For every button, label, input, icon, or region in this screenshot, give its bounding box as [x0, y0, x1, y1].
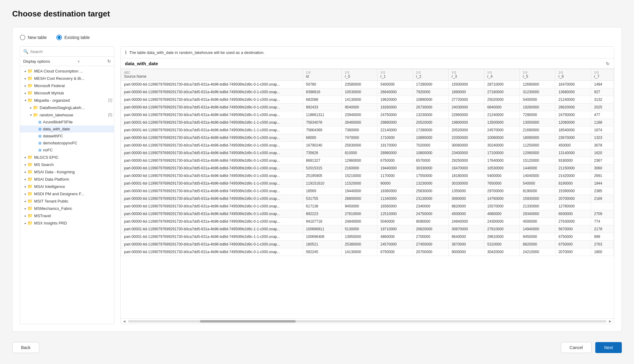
tree-item-msai_intelligence[interactable]: ▸📁MSAI Intelligence [20, 183, 114, 190]
table-cell: 2070000 [555, 248, 591, 256]
tree-item-miquella[interactable]: ▾📁Miquella - organized[2] [20, 97, 114, 104]
tree-item-mlgcs[interactable]: ▸📁MLGCS EPIC [20, 154, 114, 161]
table-cell: 23580000 [342, 81, 377, 88]
table-cell: 23400000 [448, 149, 484, 157]
table-cell: 11520000 [342, 180, 377, 187]
tree-item-label: MSTravel [34, 214, 112, 218]
display-options-row[interactable]: Display options ∨ ↻ [20, 57, 114, 66]
table-cell: 16470000 [448, 164, 484, 172]
table-icon: ⊞ [38, 148, 41, 152]
existing-table-radio[interactable]: Existing table [56, 35, 90, 40]
table-cell: 12960000 [342, 157, 377, 164]
table-cell: 18180000 [448, 172, 484, 180]
table-cell: part-00001-tid-11990797699291730-b0ca7dd… [121, 126, 303, 134]
tree-item-mstravel[interactable]: ▸📁MSTravel [20, 212, 114, 219]
tree-item-msx_insights[interactable]: ▸📁MSX Insights PRD [20, 219, 114, 227]
existing-table-label: Existing table [64, 35, 90, 40]
table-cell: 21150000 [555, 164, 591, 172]
table-header-row: data_with_date ↻ [121, 58, 614, 69]
tree-item-label: MLGCS EPIC [34, 155, 112, 160]
table-row: part-00000-tid-11990797699291730-b0ca7dd… [121, 88, 614, 96]
table-cell: 6840000 [484, 104, 520, 111]
table-cell: 5670000 [555, 225, 591, 233]
table-cell: part-00001-tid-11990797699291730-b0ca7dd… [121, 233, 303, 241]
scroll-left-arrow[interactable]: ◀ [123, 320, 126, 323]
tree-item-msai_platform[interactable]: ▸📁MSAI Data Platform [20, 175, 114, 183]
table-cell: 25020000 [484, 96, 520, 104]
table-cell: 5040000 [377, 218, 413, 225]
tree-item-label: MESH Cost Recovery & Bi... [34, 76, 112, 81]
tree-item-data_with_date[interactable]: ⊞data_with_date [20, 125, 114, 133]
tree-item-mesh[interactable]: ▸📁MESH Cost Recovery & Bi... [20, 75, 114, 82]
table-cell: 14760000 [484, 195, 520, 203]
table-cell: 15390000 [555, 187, 591, 195]
display-options-label: Display options [23, 59, 50, 64]
tree-area: ▸📁MEA Cloud Consumption ...▸📁MESH Cost R… [20, 66, 114, 324]
table-row: part-00000-tid-11990797699291730-b0ca7dd… [121, 111, 614, 119]
table-name-label: data_with_date [125, 61, 158, 66]
tree-item-nofc[interactable]: ⊞noFC [20, 147, 114, 154]
tree-item-demofastcopynofc[interactable]: ⊞demofastcopynoFC [20, 140, 114, 147]
table-cell: 18360000 [377, 187, 413, 195]
tree-item-label: DataflowsStagingLakeh... [40, 105, 112, 110]
tree-item-label: AzureBlobFSFile [43, 120, 112, 124]
folder-icon: 📁 [27, 90, 33, 95]
table-cell: 10530000 [342, 88, 377, 96]
table-cell: part-00001-tid-11990797699291730-b0ca7dd… [121, 119, 303, 126]
table-cell: 2700000 [413, 233, 448, 241]
table-row: part-00000-tid-11990797699291730-b0ca7dd… [121, 210, 614, 218]
folder-icon: 📁 [27, 191, 33, 196]
tree-item-mssearch[interactable]: ▸📁MS Search [20, 161, 114, 168]
tree-item-dataflows[interactable]: ▸📁DataflowsStagingLakeh... [20, 104, 114, 111]
table-cell: 1350000 [448, 187, 484, 195]
tree-item-msai_kongming[interactable]: ▸📁MSAI Data - Kongming [20, 168, 114, 175]
new-table-radio[interactable]: New table [20, 35, 47, 40]
table-cell: 25195905 [303, 172, 341, 180]
refresh-icon[interactable]: ↻ [107, 59, 111, 64]
table-refresh-icon[interactable]: ↻ [606, 61, 610, 66]
chevron-down-icon: ∨ [77, 59, 80, 63]
table-cell: 5130000 [342, 225, 377, 233]
table-cell: part-00000-tid-11990797699291730-b0ca7dd… [121, 172, 303, 180]
table-cell: 12060000 [520, 149, 555, 157]
tree-item-label: MSX Insights PRD [34, 221, 112, 225]
next-button[interactable]: Next [595, 342, 622, 353]
tree-item-mea[interactable]: ▸📁MEA Cloud Consumption ... [20, 67, 114, 75]
tree-item-label: data_with_date [43, 127, 112, 131]
table-cell: 25830000 [342, 142, 377, 149]
tree-item-label: MSIT Tenant Public [34, 199, 112, 203]
tree-item-msdi_pm[interactable]: ▸📁MSDI PM and Designers F... [20, 190, 114, 197]
table-cell: 75634078 [303, 119, 341, 126]
tree-item-label: MS Search [34, 162, 112, 167]
table-cell: 17100000 [484, 149, 520, 157]
table-icon: ⊞ [38, 120, 41, 124]
table-cell: part-00000-tid-11990797699291730-b0ca7dd… [121, 203, 303, 210]
table-cell: 75664369 [303, 126, 341, 134]
existing-table-radio-circle [56, 35, 62, 40]
table-icon: ⊞ [38, 141, 41, 145]
scroll-right-arrow[interactable]: ▶ [608, 320, 612, 323]
search-input[interactable] [30, 49, 111, 54]
tree-item-msit_tenant[interactable]: ▸📁MSIT Tenant Public [20, 197, 114, 205]
tree-item-random_lakehouse[interactable]: ▾📁random_lakehouse[5] [20, 111, 114, 118]
table-cell: part-00000-tid-11990797699291730-b0ca7dd… [121, 157, 303, 164]
data-table: ABCSource.Name1²3id1²3r_01²3r_11²3r_21²3… [121, 69, 614, 256]
table-cell: 23940000 [342, 111, 377, 119]
col-header-r_6: 1²3r_6 [555, 69, 591, 81]
table-row: part-00000-tid-11990797699291730-b0ca7dd… [121, 248, 614, 256]
tree-item-msfederal[interactable]: ▸📁Microsoft Federal [20, 82, 114, 89]
table-cell: 10890000 [413, 96, 448, 104]
back-button[interactable]: Back [12, 342, 39, 353]
table-cell: 13230000 [413, 111, 448, 119]
tree-item-msmechanics[interactable]: ▸📁MSMechanics_Fabric [20, 205, 114, 212]
cancel-button[interactable]: Cancel [561, 342, 592, 353]
table-cell: 16470000 [555, 81, 591, 88]
tree-item-myhub[interactable]: ▸📁Microsoft MyHub [20, 89, 114, 97]
table-cell: 30330000 [413, 164, 448, 172]
table-cell: 5400000 [377, 81, 413, 88]
tree-item-azureblob[interactable]: ⊞AzureBlobFSFile [20, 118, 114, 125]
table-cell: 4500000 [448, 210, 484, 218]
table-cell: 477 [591, 111, 614, 119]
tree-item-datawithfc[interactable]: ⊞datawithFC [20, 133, 114, 140]
horizontal-scrollbar[interactable] [128, 320, 607, 323]
